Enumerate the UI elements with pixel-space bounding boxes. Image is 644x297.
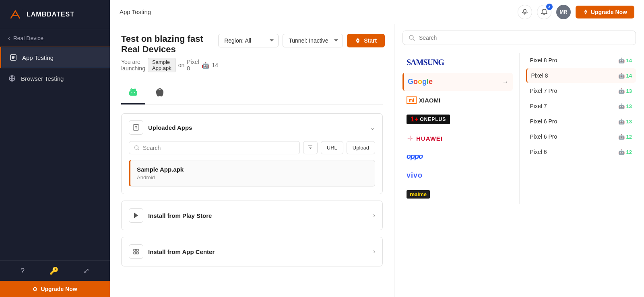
- device-name-text: Pixel 8: [187, 59, 199, 72]
- share-icon[interactable]: ⤢: [83, 266, 89, 275]
- svg-point-9: [585, 11, 586, 12]
- model-name: Pixel 6 Pro: [530, 133, 557, 140]
- svg-line-22: [138, 149, 140, 150]
- brand-item-oppo[interactable]: oppo: [402, 147, 513, 166]
- device-columns: SAMSUNG Google → mi XIAOMI: [402, 53, 636, 204]
- model-version: 🤖 14: [618, 57, 632, 63]
- appcenter-nav[interactable]: Install from App Center ›: [122, 237, 382, 266]
- sidebar-back-button[interactable]: ‹ Real Device: [0, 29, 110, 47]
- page-title: Test on blazing fast Real Devices: [121, 34, 218, 55]
- upload-button[interactable]: Upload: [347, 141, 375, 154]
- left-panel: Test on blazing fast Real Devices You ar…: [110, 24, 394, 297]
- android-icon: 🤖: [618, 149, 625, 155]
- brand-item-samsung[interactable]: SAMSUNG: [402, 53, 513, 72]
- huawei-flower-icon: [407, 135, 414, 142]
- main-content: App Testing 3 MR: [110, 0, 644, 297]
- install-playstore-section: Install from Play Store ›: [121, 201, 383, 230]
- oppo-logo: oppo: [407, 152, 423, 161]
- brand-item-xiaomi[interactable]: mi XIAOMI: [402, 92, 513, 109]
- subtitle-mid: on: [178, 62, 185, 68]
- model-item-pixel6-12[interactable]: Pixel 6 🤖 12: [526, 145, 636, 159]
- model-item-pixel7pro[interactable]: Pixel 7 Pro 🤖 13: [526, 84, 636, 98]
- uploaded-apps-content: URL Upload Sample App.apk Android: [122, 141, 382, 194]
- svg-rect-14: [130, 89, 136, 92]
- uploaded-apps-header[interactable]: Uploaded Apps ⌄: [122, 114, 382, 141]
- svg-point-17: [132, 92, 132, 93]
- appcenter-icon: [129, 244, 143, 259]
- android-icon: 🤖: [618, 134, 625, 140]
- apple-tab-icon: [154, 87, 165, 98]
- topbar: App Testing 3 MR: [110, 0, 644, 24]
- sidebar-upgrade-button[interactable]: ⊙Upgrade Now: [0, 281, 110, 297]
- android-icon: 🤖: [618, 57, 625, 63]
- model-version: 🤖 14: [618, 73, 632, 79]
- filter-button[interactable]: [303, 141, 318, 154]
- svg-point-21: [135, 145, 138, 149]
- brand-item-oneplus[interactable]: 1+ ONEPLUS: [402, 110, 513, 129]
- install-appcenter-section: Install from App Center ›: [121, 237, 383, 266]
- model-item-pixel8[interactable]: Pixel 8 🤖 14: [526, 68, 636, 83]
- chevron-left-icon: ‹: [8, 35, 10, 41]
- device-search-input[interactable]: [419, 35, 630, 41]
- tab-ios[interactable]: [148, 84, 172, 104]
- brand-item-vivo[interactable]: vivo: [402, 166, 513, 184]
- app-search-input[interactable]: [143, 145, 295, 151]
- brand-arrow-icon: →: [502, 78, 509, 86]
- device-search-icon: [409, 35, 415, 41]
- svg-rect-27: [134, 249, 136, 251]
- model-column: Pixel 8 Pro 🤖 14 Pixel 8 🤖 14: [520, 53, 636, 204]
- appcenter-title: Install from App Center: [148, 248, 215, 255]
- vivo-logo: vivo: [407, 171, 423, 180]
- android-version-text: 14: [212, 62, 219, 68]
- right-panel: SAMSUNG Google → mi XIAOMI: [394, 24, 644, 297]
- bell-icon: [541, 9, 547, 15]
- help-icon[interactable]: ?: [21, 267, 25, 275]
- device-search-box[interactable]: [402, 31, 636, 45]
- url-button[interactable]: URL: [321, 141, 343, 154]
- user-avatar[interactable]: MR: [556, 5, 571, 19]
- start-rocket-icon: [355, 38, 361, 43]
- sidebar-item-app-testing[interactable]: App Testing: [0, 47, 110, 68]
- app-list-item[interactable]: Sample App.apk Android: [129, 160, 375, 186]
- uploaded-apps-section: Uploaded Apps ⌄: [121, 113, 383, 194]
- tunnel-select[interactable]: Tunnel: Inactive: [283, 34, 343, 47]
- model-item-pixel8pro[interactable]: Pixel 8 Pro 🤖 14: [526, 53, 636, 68]
- svg-rect-28: [136, 249, 138, 251]
- android-icon: 🤖: [618, 73, 625, 79]
- svg-point-10: [357, 40, 359, 41]
- nav-section-left: Install from Play Store: [129, 208, 212, 223]
- logo-text: LAMBDATEST: [27, 11, 74, 18]
- sidebar-nav: App Testing Browser Testing: [0, 47, 110, 260]
- tab-android[interactable]: [121, 84, 145, 104]
- sidebar-item-browser-testing[interactable]: Browser Testing: [0, 68, 110, 89]
- sidebar-footer: ? 🔑 ⤢: [0, 260, 110, 281]
- chevron-right-icon: ›: [373, 212, 375, 219]
- model-item-pixel7[interactable]: Pixel 7 🤖 13: [526, 99, 636, 113]
- model-item-pixel6pro-13[interactable]: Pixel 6 Pro 🤖 13: [526, 114, 636, 129]
- key-icon[interactable]: 🔑: [50, 266, 58, 275]
- svg-rect-0: [8, 7, 23, 22]
- nav-section-left: Install from App Center: [129, 244, 215, 259]
- upload-icon: [129, 120, 143, 135]
- model-item-pixel6pro-12[interactable]: Pixel 6 Pro 🤖 12: [526, 129, 636, 144]
- model-version: 🤖 13: [618, 88, 632, 94]
- start-button[interactable]: Start: [347, 34, 385, 47]
- android-tab-icon: [128, 87, 139, 98]
- android-icon: 🤖: [618, 88, 625, 94]
- model-name: Pixel 6: [530, 149, 547, 155]
- app-search-box[interactable]: [129, 141, 300, 154]
- brand-item-huawei[interactable]: HUAWEI: [402, 130, 513, 147]
- brand-item-realme[interactable]: realme: [402, 185, 513, 203]
- notifications-button[interactable]: 3: [537, 5, 551, 19]
- brand-item-google[interactable]: Google →: [402, 73, 513, 91]
- app-item-type: Android: [137, 174, 184, 180]
- oneplus-logo: 1+ ONEPLUS: [407, 115, 450, 124]
- mic-icon: [522, 9, 528, 15]
- region-select[interactable]: Region: All: [218, 34, 279, 47]
- playstore-nav[interactable]: Install from Play Store ›: [122, 201, 382, 230]
- topbar-upgrade-button[interactable]: Upgrade Now: [576, 6, 634, 18]
- svg-rect-30: [136, 252, 138, 254]
- mic-button[interactable]: [518, 5, 532, 19]
- model-version: 🤖 13: [618, 103, 632, 109]
- filter-icon: [308, 144, 313, 150]
